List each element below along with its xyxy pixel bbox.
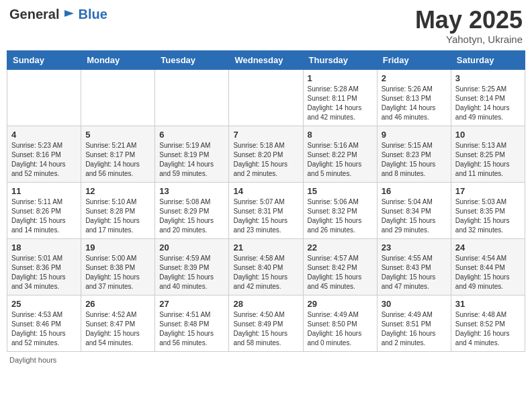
day-info: Sunrise: 5:28 AM Sunset: 8:11 PM Dayligh… [308,85,373,122]
day-number: 14 [233,186,298,196]
logo-general: General [9,7,59,22]
calendar-cell: 21Sunrise: 4:58 AM Sunset: 8:40 PM Dayli… [229,238,303,295]
day-number: 27 [159,299,224,309]
day-number: 23 [382,242,447,253]
day-number: 29 [308,299,373,309]
day-info: Sunrise: 5:15 AM Sunset: 8:23 PM Dayligh… [382,141,447,179]
day-info: Sunrise: 5:04 AM Sunset: 8:34 PM Dayligh… [382,197,447,235]
day-number: 18 [11,242,77,253]
day-number: 11 [11,186,77,196]
day-number: 4 [11,130,77,140]
day-number: 12 [85,186,150,196]
calendar-cell: 18Sunrise: 5:01 AM Sunset: 8:36 PM Dayli… [7,238,81,295]
day-info: Sunrise: 5:06 AM Sunset: 8:32 PM Dayligh… [308,197,373,235]
calendar-cell: 9Sunrise: 5:15 AM Sunset: 8:23 PM Daylig… [377,126,451,182]
day-info: Sunrise: 5:10 AM Sunset: 8:28 PM Dayligh… [85,197,150,235]
logo-flag-icon [62,7,77,22]
day-info: Sunrise: 5:21 AM Sunset: 8:17 PM Dayligh… [85,141,150,179]
location-subtitle: Yahotyn, Ukraine [415,34,523,45]
day-number: 5 [85,130,150,140]
day-of-week-header: Sunday [7,50,81,69]
day-info: Sunrise: 5:19 AM Sunset: 8:19 PM Dayligh… [159,141,224,179]
day-of-week-header: Wednesday [229,50,303,69]
day-number: 21 [233,242,298,253]
day-number: 16 [382,186,447,196]
day-info: Sunrise: 4:59 AM Sunset: 8:39 PM Dayligh… [159,254,224,291]
day-of-week-header: Saturday [451,50,525,69]
day-of-week-header: Thursday [303,50,377,69]
calendar-cell: 31Sunrise: 4:48 AM Sunset: 8:52 PM Dayli… [451,295,525,351]
calendar-cell: 6Sunrise: 5:19 AM Sunset: 8:19 PM Daylig… [155,126,229,182]
calendar-week-row: 18Sunrise: 5:01 AM Sunset: 8:36 PM Dayli… [7,238,525,295]
day-info: Sunrise: 5:03 AM Sunset: 8:35 PM Dayligh… [455,197,521,235]
day-info: Sunrise: 4:54 AM Sunset: 8:44 PM Dayligh… [455,254,521,291]
logo-blue: Blue [78,7,107,22]
day-number: 31 [455,299,521,309]
day-number: 19 [85,242,150,253]
footer: Daylight hours [7,356,525,364]
calendar-cell: 11Sunrise: 5:11 AM Sunset: 8:26 PM Dayli… [7,182,81,238]
day-number: 28 [233,299,298,309]
day-info: Sunrise: 4:57 AM Sunset: 8:42 PM Dayligh… [308,254,373,291]
calendar-cell: 20Sunrise: 4:59 AM Sunset: 8:39 PM Dayli… [155,238,229,295]
day-info: Sunrise: 5:16 AM Sunset: 8:22 PM Dayligh… [308,141,373,179]
day-info: Sunrise: 5:25 AM Sunset: 8:14 PM Dayligh… [455,85,521,122]
day-number: 30 [382,299,447,309]
calendar-cell: 19Sunrise: 5:00 AM Sunset: 8:38 PM Dayli… [81,238,155,295]
logo: General Blue [9,7,107,22]
day-number: 17 [455,186,521,196]
day-number: 15 [308,186,373,196]
day-of-week-header: Friday [377,50,451,69]
calendar-cell: 8Sunrise: 5:16 AM Sunset: 8:22 PM Daylig… [303,126,377,182]
day-number: 3 [455,73,521,83]
calendar-cell: 14Sunrise: 5:07 AM Sunset: 8:31 PM Dayli… [229,182,303,238]
day-number: 2 [382,73,447,83]
day-info: Sunrise: 5:23 AM Sunset: 8:16 PM Dayligh… [11,141,77,179]
calendar-cell: 26Sunrise: 4:52 AM Sunset: 8:47 PM Dayli… [81,295,155,351]
calendar-cell: 30Sunrise: 4:49 AM Sunset: 8:51 PM Dayli… [377,295,451,351]
calendar-table: SundayMondayTuesdayWednesdayThursdayFrid… [7,50,525,352]
title-block: May 2025 Yahotyn, Ukraine [415,7,523,45]
day-info: Sunrise: 4:51 AM Sunset: 8:48 PM Dayligh… [159,310,224,348]
calendar-cell: 13Sunrise: 5:08 AM Sunset: 8:29 PM Dayli… [155,182,229,238]
calendar-cell: 7Sunrise: 5:18 AM Sunset: 8:20 PM Daylig… [229,126,303,182]
day-number: 13 [159,186,224,196]
calendar-week-row: 1Sunrise: 5:28 AM Sunset: 8:11 PM Daylig… [7,69,525,126]
calendar-cell: 16Sunrise: 5:04 AM Sunset: 8:34 PM Dayli… [377,182,451,238]
day-info: Sunrise: 4:58 AM Sunset: 8:40 PM Dayligh… [233,254,298,291]
calendar-cell [229,69,303,126]
calendar-cell: 4Sunrise: 5:23 AM Sunset: 8:16 PM Daylig… [7,126,81,182]
calendar-cell: 27Sunrise: 4:51 AM Sunset: 8:48 PM Dayli… [155,295,229,351]
month-title: May 2025 [415,7,523,34]
day-info: Sunrise: 5:11 AM Sunset: 8:26 PM Dayligh… [11,197,77,235]
day-info: Sunrise: 4:49 AM Sunset: 8:50 PM Dayligh… [308,310,373,348]
day-number: 9 [382,130,447,140]
calendar-cell: 10Sunrise: 5:13 AM Sunset: 8:25 PM Dayli… [451,126,525,182]
daylight-hours-label: Daylight hours [9,356,56,364]
day-number: 24 [455,242,521,253]
calendar-cell: 17Sunrise: 5:03 AM Sunset: 8:35 PM Dayli… [451,182,525,238]
calendar-week-row: 11Sunrise: 5:11 AM Sunset: 8:26 PM Dayli… [7,182,525,238]
calendar-week-row: 4Sunrise: 5:23 AM Sunset: 8:16 PM Daylig… [7,126,525,182]
day-number: 1 [308,73,373,83]
calendar-week-row: 25Sunrise: 4:53 AM Sunset: 8:46 PM Dayli… [7,295,525,351]
calendar-cell: 5Sunrise: 5:21 AM Sunset: 8:17 PM Daylig… [81,126,155,182]
day-info: Sunrise: 5:26 AM Sunset: 8:13 PM Dayligh… [382,85,447,122]
calendar-cell: 3Sunrise: 5:25 AM Sunset: 8:14 PM Daylig… [451,69,525,126]
calendar-cell: 22Sunrise: 4:57 AM Sunset: 8:42 PM Dayli… [303,238,377,295]
day-number: 26 [85,299,150,309]
day-number: 6 [159,130,224,140]
day-number: 25 [11,299,77,309]
day-info: Sunrise: 4:53 AM Sunset: 8:46 PM Dayligh… [11,310,77,348]
day-info: Sunrise: 5:18 AM Sunset: 8:20 PM Dayligh… [233,141,298,179]
day-info: Sunrise: 5:01 AM Sunset: 8:36 PM Dayligh… [11,254,77,291]
day-info: Sunrise: 5:00 AM Sunset: 8:38 PM Dayligh… [85,254,150,291]
day-info: Sunrise: 5:07 AM Sunset: 8:31 PM Dayligh… [233,197,298,235]
day-info: Sunrise: 4:49 AM Sunset: 8:51 PM Dayligh… [382,310,447,348]
svg-marker-0 [64,10,74,17]
day-number: 10 [455,130,521,140]
day-info: Sunrise: 5:13 AM Sunset: 8:25 PM Dayligh… [455,141,521,179]
day-info: Sunrise: 4:52 AM Sunset: 8:47 PM Dayligh… [85,310,150,348]
calendar-cell: 1Sunrise: 5:28 AM Sunset: 8:11 PM Daylig… [303,69,377,126]
calendar-cell: 15Sunrise: 5:06 AM Sunset: 8:32 PM Dayli… [303,182,377,238]
